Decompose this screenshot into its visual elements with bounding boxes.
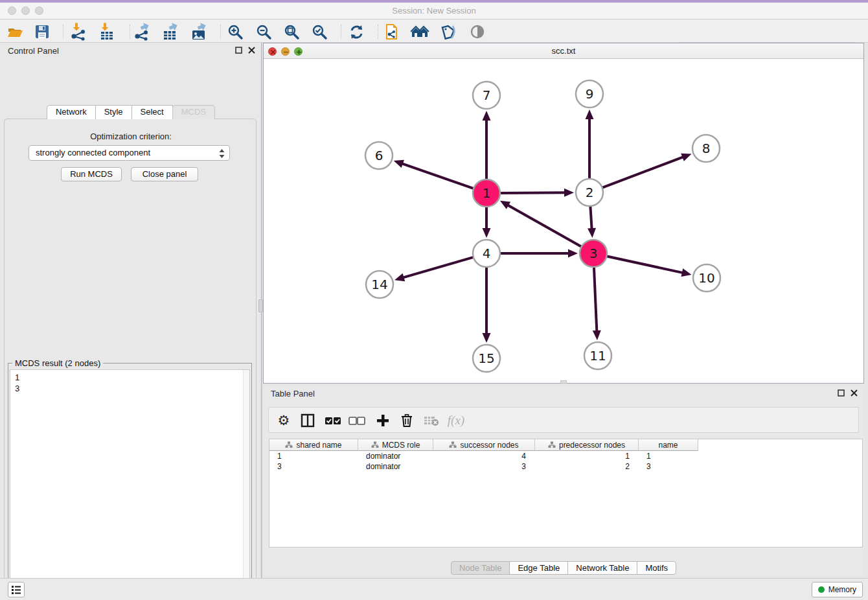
table-cell[interactable]: 3 (639, 461, 698, 472)
control-tab-style[interactable]: Style (95, 105, 132, 119)
graph-node-label: 9 (586, 86, 594, 102)
run-mcds-button[interactable]: Run MCDS (61, 167, 122, 181)
control-tab-mcds[interactable]: MCDS (172, 105, 215, 119)
table-cell[interactable]: 1 (639, 451, 698, 461)
control-panel-title: Control Panel (8, 46, 59, 56)
table-tab-node-table[interactable]: Node Table (451, 561, 510, 575)
graph-edge-3-1[interactable] (507, 205, 582, 248)
chevron-updown-icon (219, 148, 225, 163)
column-header-shared-name[interactable]: shared name (269, 439, 358, 451)
table-tab-motifs[interactable]: Motifs (637, 561, 676, 575)
table-cell[interactable]: dominator (358, 451, 433, 461)
column-header-label: shared name (296, 441, 341, 450)
graph-edge-2-8[interactable] (601, 157, 685, 189)
splitter-handle[interactable] (258, 299, 263, 312)
network-window-titlebar[interactable]: scc.txt (264, 43, 863, 59)
table-cell[interactable]: 2 (535, 461, 639, 472)
toolbar-separator (220, 25, 221, 39)
close-panel-button[interactable]: Close panel (131, 167, 198, 181)
graph-edge-4-14[interactable] (402, 257, 475, 278)
mcds-result-title: MCDS result (2 nodes) (12, 358, 103, 368)
memory-button[interactable]: Memory (812, 582, 863, 597)
graph-edge-arrowhead (483, 333, 491, 343)
memory-label: Memory (828, 585, 856, 594)
table-cell[interactable]: dominator (358, 461, 433, 472)
clone-network-icon[interactable] (382, 23, 402, 41)
graph-node-label: 14 (371, 277, 387, 292)
toolbar-separator (130, 25, 130, 39)
table-cell[interactable]: 3 (269, 461, 358, 472)
task-history-button[interactable] (8, 582, 25, 597)
table-panel: Table Panel ⚙ (263, 386, 864, 576)
show-graphics-details-icon[interactable] (468, 23, 487, 41)
refresh-icon[interactable] (347, 23, 366, 41)
column-header-MCDS-role[interactable]: MCDS role (358, 439, 433, 451)
table-cell[interactable]: 3 (433, 461, 535, 472)
node-table[interactable]: shared nameMCDS rolesuccessor nodesprede… (269, 439, 863, 548)
main-toolbar (0, 19, 868, 43)
graph-edge-arrowhead (394, 273, 405, 281)
network-resize-handle[interactable] (560, 380, 567, 384)
graph-edge-arrowhead (681, 268, 692, 277)
export-table-icon[interactable] (161, 23, 180, 41)
mcds-result-list[interactable]: 1 3 (10, 369, 250, 600)
task-list-icon (11, 585, 21, 594)
table-cell[interactable]: 4 (433, 451, 535, 461)
column-header-label: MCDS role (382, 441, 420, 450)
export-image-icon[interactable] (189, 23, 209, 41)
graph-edge-arrowhead (586, 110, 594, 119)
network-graph-canvas[interactable]: 7968124314101511 (264, 59, 863, 383)
table-row[interactable]: 3dominator323 (269, 461, 862, 472)
unselect-all-rows-icon[interactable] (348, 413, 365, 428)
control-panel-tabs: NetworkStyleSelectMCDS (0, 105, 262, 119)
import-network-icon[interactable] (69, 23, 88, 41)
save-session-icon[interactable] (32, 23, 52, 41)
column-header-predecessor-nodes[interactable]: predecessor nodes (535, 439, 639, 451)
graph-edge-2-3[interactable] (590, 205, 591, 230)
column-header-successor-nodes[interactable]: successor nodes (433, 439, 535, 451)
delete-rows-icon[interactable] (398, 413, 415, 428)
close-table-panel-icon[interactable] (851, 389, 858, 397)
control-tab-network[interactable]: Network (47, 105, 96, 119)
control-tab-select[interactable]: Select (131, 105, 173, 119)
table-cell[interactable]: 1 (535, 451, 639, 461)
graph-node-label: 10 (698, 270, 714, 286)
table-cell[interactable]: 1 (269, 451, 358, 461)
graph-edge-3-10[interactable] (606, 256, 684, 273)
zoom-fit-icon[interactable] (282, 23, 301, 41)
table-row[interactable]: 1dominator411 (269, 451, 862, 461)
graph-edge-arrowhead (564, 189, 574, 197)
graph-edge-3-11[interactable] (594, 266, 597, 332)
table-settings-icon[interactable]: ⚙ (275, 413, 292, 428)
control-panel-header: Control Panel (0, 43, 262, 60)
result-scrollbar[interactable] (243, 370, 249, 600)
graph-node-label: 8 (702, 141, 711, 156)
optimization-criterion-select[interactable]: strongly connected component (29, 145, 230, 161)
titlebar[interactable]: Session: New Session (0, 3, 868, 19)
apply-preferred-layout-icon[interactable] (411, 23, 430, 41)
graph-edge-1-6[interactable] (401, 163, 475, 189)
close-panel-icon[interactable] (248, 47, 255, 54)
graph-edge-1-2[interactable] (499, 192, 566, 193)
open-session-icon[interactable] (5, 23, 25, 41)
zoom-in-icon[interactable] (225, 23, 245, 41)
graph-node-label: 1 (483, 185, 491, 201)
toolbar-separator (378, 25, 378, 39)
import-table-icon[interactable] (97, 23, 117, 41)
zoom-out-icon[interactable] (254, 23, 273, 41)
hide-labels-icon[interactable] (439, 23, 459, 41)
graph-edge-arrowhead (593, 330, 601, 340)
add-row-icon[interactable] (374, 413, 391, 428)
zoom-selected-icon[interactable] (310, 23, 329, 41)
table-tab-edge-table[interactable]: Edge Table (509, 561, 568, 575)
float-panel-icon[interactable] (235, 47, 242, 54)
column-header-name[interactable]: name (639, 439, 698, 451)
float-table-panel-icon[interactable] (838, 389, 845, 397)
application-window: Session: New Session (0, 0, 868, 600)
export-network-icon[interactable] (132, 23, 152, 41)
show-columns-icon[interactable] (299, 413, 316, 428)
delete-table-icon (423, 413, 440, 428)
select-all-rows-icon[interactable] (325, 413, 341, 428)
table-panel-tabs: Node TableEdge TableNetwork TableMotifs (263, 561, 864, 575)
table-tab-network-table[interactable]: Network Table (567, 561, 637, 575)
